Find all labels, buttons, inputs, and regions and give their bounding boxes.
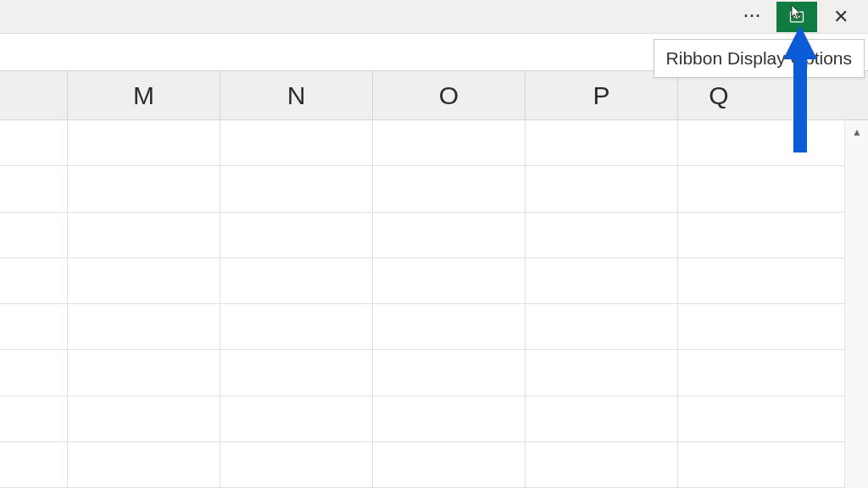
cell[interactable]: [678, 396, 760, 441]
cell[interactable]: [526, 258, 678, 303]
cell[interactable]: [526, 213, 678, 258]
cell[interactable]: [0, 258, 68, 303]
cell[interactable]: [526, 166, 678, 211]
cell[interactable]: [373, 166, 526, 211]
ribbon-display-options-button[interactable]: [776, 2, 817, 32]
ribbon-display-tooltip: Ribbon Display Options: [654, 39, 865, 78]
cell[interactable]: [68, 166, 220, 211]
cell[interactable]: [678, 166, 760, 211]
title-bar: ··· ✕: [0, 0, 868, 34]
table-row: [0, 304, 844, 350]
cell[interactable]: [220, 350, 373, 395]
cell[interactable]: [526, 350, 678, 395]
more-options-button[interactable]: ···: [732, 2, 773, 32]
cell[interactable]: [678, 350, 760, 395]
grid-body: ▲: [0, 120, 868, 488]
cell[interactable]: [68, 258, 220, 303]
cell[interactable]: [220, 396, 373, 441]
cell[interactable]: [68, 442, 220, 487]
table-row: [0, 350, 844, 396]
cell[interactable]: [0, 442, 68, 487]
cell[interactable]: [0, 396, 68, 441]
table-row: [0, 396, 844, 442]
table-row: [0, 166, 844, 212]
cell[interactable]: [678, 304, 760, 349]
cell[interactable]: [678, 120, 760, 165]
cell[interactable]: [678, 258, 760, 303]
cell[interactable]: [0, 213, 68, 258]
cell[interactable]: [220, 166, 373, 211]
cell[interactable]: [526, 396, 678, 441]
cell[interactable]: [373, 396, 526, 441]
spreadsheet-grid: M N O P Q: [0, 71, 868, 488]
cell[interactable]: [373, 120, 526, 165]
cell[interactable]: [0, 350, 68, 395]
column-headers-row: M N O P Q: [0, 71, 868, 120]
cell[interactable]: [68, 396, 220, 441]
cell[interactable]: [373, 258, 526, 303]
cell[interactable]: [68, 350, 220, 395]
column-header[interactable]: [0, 71, 68, 119]
cell[interactable]: [0, 304, 68, 349]
cell[interactable]: [526, 442, 678, 487]
cell[interactable]: [68, 304, 220, 349]
cell[interactable]: [0, 120, 68, 165]
cell[interactable]: [220, 120, 373, 165]
cell[interactable]: [220, 213, 373, 258]
cell[interactable]: [373, 350, 526, 395]
cell[interactable]: [68, 120, 220, 165]
column-header-m[interactable]: M: [68, 71, 220, 119]
table-row: [0, 120, 844, 166]
cell[interactable]: [68, 213, 220, 258]
cell[interactable]: [526, 304, 678, 349]
table-row: [0, 213, 844, 258]
table-row: [0, 442, 844, 488]
cell[interactable]: [220, 258, 373, 303]
close-button[interactable]: ✕: [821, 2, 861, 32]
table-row: [0, 258, 844, 304]
cells-container: [0, 120, 844, 488]
cell[interactable]: [373, 442, 526, 487]
cell[interactable]: [373, 304, 526, 349]
cell[interactable]: [678, 213, 760, 258]
ribbon-display-icon: [788, 8, 805, 25]
vertical-scrollbar[interactable]: ▲: [844, 120, 868, 488]
column-header-n[interactable]: N: [220, 71, 373, 119]
cell[interactable]: [373, 213, 526, 258]
column-header-q[interactable]: Q: [678, 71, 760, 119]
column-header-p[interactable]: P: [526, 71, 678, 119]
cell[interactable]: [526, 120, 678, 165]
cell[interactable]: [678, 442, 760, 487]
title-bar-controls: ··· ✕: [732, 2, 861, 32]
cell[interactable]: [0, 166, 68, 211]
cell[interactable]: [220, 442, 373, 487]
scroll-up-icon[interactable]: ▲: [845, 120, 868, 144]
cell[interactable]: [220, 304, 373, 349]
column-header-o[interactable]: O: [373, 71, 526, 119]
